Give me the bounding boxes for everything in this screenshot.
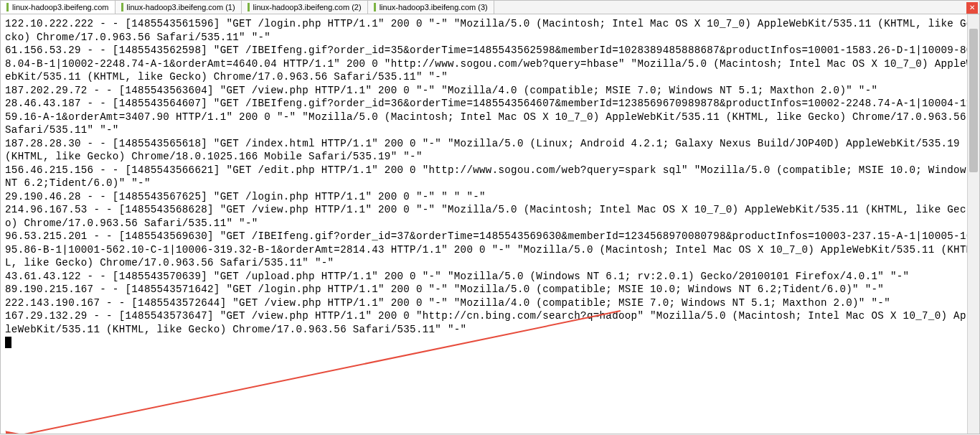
cursor	[5, 337, 11, 348]
tab-label: linux-hadoop3.ibeifeng.com	[12, 3, 109, 11]
tab-bar: linux-hadoop3.ibeifeng.com linux-hadoop3…	[0, 0, 980, 14]
scrollbar-thumb[interactable]	[969, 29, 978, 172]
tab-3[interactable]: linux-hadoop3.ibeifeng.com (3)	[368, 1, 494, 14]
tab-label: linux-hadoop3.ibeifeng.com (1)	[127, 3, 235, 11]
tab-indicator	[121, 3, 123, 11]
tab-1[interactable]: linux-hadoop3.ibeifeng.com (1)	[116, 1, 242, 14]
terminal-output[interactable]: 122.10.222.222 - - [1485543561596] "GET …	[1, 14, 979, 352]
tab-2[interactable]: linux-hadoop3.ibeifeng.com (2)	[242, 1, 368, 14]
scrollbar[interactable]	[967, 14, 979, 434]
tab-0[interactable]: linux-hadoop3.ibeifeng.com	[1, 1, 116, 14]
tab-label: linux-hadoop3.ibeifeng.com (3)	[380, 3, 488, 11]
close-icon[interactable]: ✕	[966, 2, 978, 14]
tab-indicator	[248, 3, 250, 11]
tab-active-indicator	[6, 3, 9, 11]
tab-label: linux-hadoop3.ibeifeng.com (2)	[253, 3, 362, 11]
tab-indicator	[374, 3, 376, 11]
terminal-container: 122.10.222.222 - - [1485543561596] "GET …	[0, 14, 980, 434]
